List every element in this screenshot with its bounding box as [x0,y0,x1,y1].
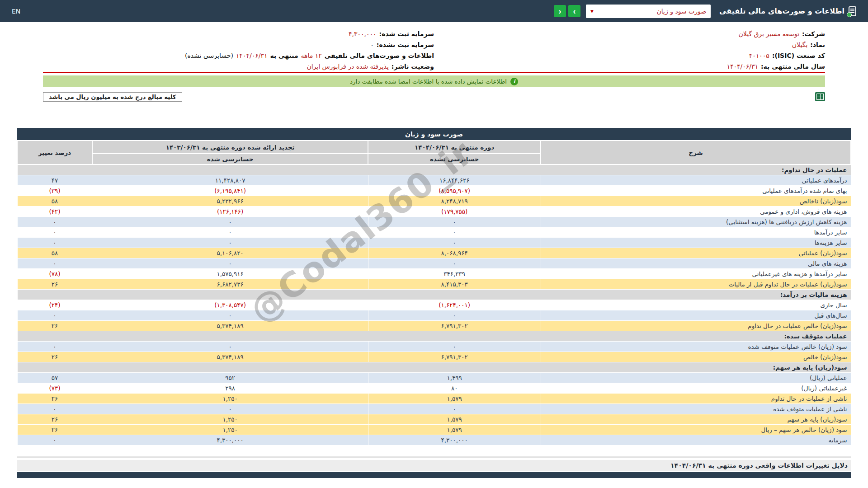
change-percent-cell: ۵۸ [17,248,92,258]
report-period-note-part2: منتهی به [270,52,298,59]
change-percent-cell: ۲۶ [17,393,92,404]
row-description-cell: هزینه کاهش ارزش دریافتنی ها (هزینه استثن… [541,216,851,227]
report-period-date: ۱۴۰۴/۰۶/۳۱ [236,52,268,59]
statement-title-bar: صورت سود و زیان [17,128,851,140]
current-period-value-cell: ۱,۵۷۹ [368,414,541,424]
change-percent-cell: (۴۲) [17,206,92,216]
current-period-value-cell: ۶,۷۹۱,۳۰۲ [368,352,541,362]
section-header-label: هزینه مالیات بر درآمد: [17,289,851,300]
changes-reasons-title: دلایل تغییرات اطلاعات واقعی دوره منتهی ب… [17,460,851,471]
section-header-row: عملیات متوقف شده: [17,331,851,341]
statement-data-row: سود(زیان) خالص عملیات در حال تداوم۶,۷۹۱,… [17,320,851,331]
row-description-cell: سال جاری [541,300,851,310]
statement-table-body: عملیات در حال تداوم:درآمدهای عملیاتی۱۶,۸… [17,164,851,445]
current-period-value-cell: ۱,۵۷۹ [368,393,541,404]
change-percent-cell: ۲۶ [17,352,92,362]
statement-data-row: عملیاتی (ریال)۱,۴۹۹۹۵۲۵۷ [17,372,851,383]
previous-statement-button[interactable]: ‹ [554,5,566,17]
row-description-cell: درآمدهای عملیاتی [541,175,851,185]
current-period-value-cell: (۸,۵۹۵,۹۰۷) [368,185,541,196]
report-period-note-part1: اطلاعات و صورت‌های مالی تلفیقی [325,52,434,59]
current-period-value-cell: ۰ [368,258,541,268]
info-icon: i [510,78,518,85]
statement-data-row: بهای تمام شده درآمدهای عملیاتی(۸,۵۹۵,۹۰۷… [17,185,851,196]
statement-data-row: ناشی از عملیات متوقف شده۰۰۰ [17,404,851,414]
current-period-value-cell: ۱۶,۸۴۴,۶۲۶ [368,175,541,185]
row-description-cell: هزینه های فروش، اداری و عمومی [541,206,851,216]
footer-section: دلایل تغییرات اطلاعات واقعی دوره منتهی ب… [17,456,851,478]
page-title: اطلاعات و صورت‌های مالی تلفیقی [719,7,844,15]
current-period-value-cell: ۸,۴۱۵,۳۰۳ [368,279,541,289]
col-header-restated-period: تجدید ارائه شده دوره منتهی به ۱۴۰۳/۰۶/۳۱ [92,141,368,154]
export-excel-icon[interactable] [815,92,825,101]
row-description-cell: سایر هزینه‌ها [541,237,851,248]
row-description-cell: غیرعملیاتی (ریال) [541,383,851,393]
navbar-right-group: اطلاعات و صورت‌های مالی تلفیقی صورت سود … [554,5,856,18]
statement-data-row: سال جاری(۱,۶۲۴,۰۰۱)(۱,۳۰۸,۵۴۷)(۲۴) [17,300,851,310]
change-percent-cell: ۰ [17,227,92,237]
restated-period-value-cell: ۵,۱۰۶,۸۲۰ [92,248,368,258]
restated-period-value-cell: ۰ [92,310,368,320]
restated-period-value-cell: ۵,۳۷۴,۱۸۹ [92,352,368,362]
statement-data-row: سایر درآمدها و هزینه های غیرعملیاتی۳۴۶,۳… [17,268,851,279]
change-percent-cell: ۰ [17,435,92,445]
toolbar-row: کلیه مبالغ درج شده به میلیون ریال می باش… [43,92,825,102]
language-en-link[interactable]: EN [12,8,20,15]
next-statement-button[interactable]: › [568,5,580,17]
row-description-cell: سایر درآمدها [541,227,851,237]
section-header-label: سود(زیان) پایه هر سهم: [17,362,851,372]
current-period-value-cell: ۰ [368,341,541,352]
section-header-label: عملیات در حال تداوم: [17,164,851,175]
registered-capital-row: سرمایه ثبت شده: ۴,۳۰۰,۰۰۰ [43,28,434,39]
statement-data-row: سود(زیان) ناخالص۸,۲۴۸,۷۱۹۵,۲۳۲,۹۶۶۵۸ [17,196,851,206]
current-period-value-cell: ۴,۳۰۰,۰۰۰ [368,435,541,445]
row-description-cell: سود(زیان) پایه هر سهم [541,414,851,424]
restated-period-value-cell: ۱۱,۴۲۸,۸۰۷ [92,175,368,185]
issuer-status-row: وضعیت ناشر: پذیرفته شده در فرابورس ایران [43,61,434,72]
col-header-description: شرح [541,141,851,164]
chevron-down-icon: ▼ [590,9,594,14]
statement-nav-arrows: › ‹ [554,5,580,17]
issuer-status-value: پذیرفته شده در فرابورس ایران [307,63,388,70]
row-description-cell: سرمایه [541,435,851,445]
unregistered-capital-row: سرمایه ثبت نشده: ۰ [43,39,434,50]
fiscal-year-end-value: ۱۴۰۴/۰۶/۳۱ [726,63,758,70]
change-percent-cell: ۵۸ [17,196,92,206]
restated-period-value-cell: ۱,۲۵۰ [92,393,368,404]
statement-data-row: غیرعملیاتی (ریال)۸۰۲۹۸(۷۳) [17,383,851,393]
row-description-cell: سود (زیان) خالص عملیات متوقف شده [541,341,851,352]
restated-period-value-cell: ۰ [92,216,368,227]
change-percent-cell: ۰ [17,216,92,227]
change-percent-cell: ۰ [17,237,92,248]
unregistered-capital-label: سرمایه ثبت نشده: [377,41,434,48]
row-description-cell: هزینه های مالی [541,258,851,268]
statement-type-dropdown[interactable]: صورت سود و زیان ▼ [586,5,711,18]
restated-period-value-cell: ۶,۶۸۲,۷۳۶ [92,279,368,289]
ticker-symbol-label: نماد: [810,41,825,48]
navbar-left-group: EN [12,7,20,15]
restated-period-value-cell: ۵,۳۷۴,۱۸۹ [92,320,368,331]
change-percent-cell: ۰ [17,404,92,414]
col-header-current-period: دوره منتهی به ۱۴۰۴/۰۶/۳۱ [368,141,541,154]
current-period-value-cell: ۰ [368,216,541,227]
restated-period-value-cell: ۰ [92,227,368,237]
current-period-value-cell: ۸,۰۶۸,۹۶۴ [368,248,541,258]
current-period-value-cell: ۸۰ [368,383,541,393]
issuer-status-label: وضعیت ناشر: [392,63,434,70]
amount-unit-note: کلیه مبالغ درج شده به میلیون ریال می باش… [43,92,182,102]
row-description-cell: سود(زیان) ناخالص [541,196,851,206]
current-period-value-cell: ۰ [368,237,541,248]
signed-data-match-text: اطلاعات نمایش داده شده با اطلاعات امضا ش… [350,78,507,85]
row-description-cell: سود (زیان) خالص هر سهم – ریال [541,424,851,435]
financial-report-icon [849,6,856,16]
statement-data-row: سایر درآمدها۰۰۰ [17,227,851,237]
fiscal-year-end-row: سال مالی منتهی به: ۱۴۰۴/۰۶/۳۱ [434,61,825,72]
unregistered-capital-value: ۰ [370,41,374,48]
statement-type-selected-value: صورت سود و زیان [657,8,707,15]
isic-code-label: کد صنعت (ISIC): [772,52,825,59]
ticker-symbol-value: بگیلان [792,41,808,48]
row-description-cell: سود(زیان) عملیات در حال تداوم قبل از مال… [541,279,851,289]
change-percent-cell: ۰ [17,258,92,268]
change-percent-cell: ۰ [17,341,92,352]
col-subheader-unaudited: حسابرسی نشده [368,154,541,164]
